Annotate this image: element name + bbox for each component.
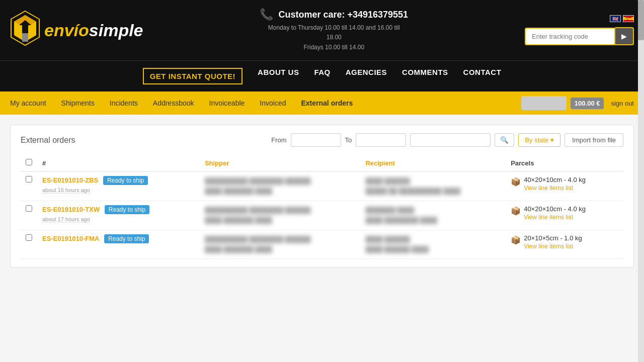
- filter-row: External orders From To 🔍 By state ▾ Imp…: [21, 133, 623, 147]
- logo-simple: simple: [89, 21, 143, 40]
- logo-icon: [10, 10, 40, 50]
- col-header-parcels: Parcels: [506, 155, 623, 171]
- import-from-file-button[interactable]: Import from file: [565, 133, 623, 147]
- page-title: External orders: [21, 136, 267, 145]
- recipient-info-3: ████ ██████ ████ ██████ ████: [365, 234, 501, 255]
- table-row: ES-E0191010-ZBS Ready to ship about 16 h…: [21, 171, 623, 201]
- row-checkbox-2[interactable]: [26, 205, 32, 212]
- flag-es[interactable]: 🇪🇸: [623, 15, 634, 22]
- shipper-info-2: ██████████ ████████ ██████ ████ ███████ …: [205, 205, 355, 226]
- view-items-link-1[interactable]: View line items list: [524, 185, 586, 192]
- subnav-invoiceable[interactable]: Invoiceable: [209, 93, 245, 113]
- sign-out-link[interactable]: sign out: [611, 100, 634, 107]
- scrollbar-thumb[interactable]: [638, 0, 644, 40]
- contact-info: 📞 Customer care: +34916379551 Monday to …: [143, 8, 525, 52]
- orders-table: # Shipper Recipient Parcels ES-E0191010-…: [21, 155, 623, 259]
- sub-nav-links: My account Shipments Incidents Addressbo…: [10, 93, 353, 113]
- main-nav: GET INSTANT QUOTE! ABOUT US FAQ AGENCIES…: [0, 60, 644, 92]
- order-id-3[interactable]: ES-E0191010-FMA: [42, 235, 99, 242]
- by-state-button[interactable]: By state ▾: [518, 133, 560, 147]
- order-id-1[interactable]: ES-E0191010-ZBS: [42, 176, 98, 184]
- status-badge-3: Ready to ship: [104, 234, 149, 243]
- recipient-info-1: ████ ██████ █████ ██ ██████████ ████: [365, 176, 501, 197]
- col-header-shipper: Shipper: [200, 155, 360, 171]
- nav-comments[interactable]: COMMENTS: [402, 68, 448, 84]
- logo-envio: envío: [44, 21, 89, 40]
- nav-agencies[interactable]: AGENCIES: [346, 68, 387, 84]
- table-row: ES-E0191010-FMA Ready to ship ██████████…: [21, 230, 623, 259]
- site-header: envíosimple 📞 Customer care: +3491637955…: [0, 0, 644, 60]
- tracking-input[interactable]: [525, 28, 615, 45]
- from-label: From: [271, 136, 286, 144]
- nav-faq[interactable]: FAQ: [314, 68, 330, 84]
- nav-contact[interactable]: CONTACT: [463, 68, 502, 84]
- subnav-shipments[interactable]: Shipments: [61, 93, 95, 113]
- row-checkbox-3[interactable]: [26, 234, 32, 241]
- scrollbar[interactable]: [638, 0, 644, 278]
- to-label: To: [345, 136, 352, 144]
- to-date-input[interactable]: [356, 133, 406, 147]
- subnav-incidents[interactable]: Incidents: [110, 93, 138, 113]
- logo-area: envíosimple: [10, 10, 143, 50]
- shipper-info-3: ██████████ ████████ ██████ ████ ███████ …: [205, 234, 355, 255]
- parcel-info-1: 📦 40×20×10cm - 4.0 kg View line items li…: [511, 176, 618, 192]
- nav-about-us[interactable]: ABOUT US: [258, 68, 299, 84]
- row-checkbox-1[interactable]: [26, 176, 32, 183]
- orders-panel: External orders From To 🔍 By state ▾ Imp…: [10, 125, 634, 267]
- time-ago-2: about 17 hours ago: [42, 216, 90, 223]
- shipper-info-1: ██████████ ████████ ██████ ████ ███████ …: [205, 176, 355, 197]
- from-date-input[interactable]: [291, 133, 341, 147]
- parcel-dims-1: 40×20×10cm - 4.0 kg: [524, 176, 586, 184]
- parcel-icon-2: 📦: [511, 206, 521, 216]
- parcel-info-2: 📦 40×20×10cm - 4.0 kg View line items li…: [511, 205, 618, 221]
- header-right: 🇬🇧 🇪🇸 ▶: [525, 15, 634, 45]
- parcel-icon-3: 📦: [511, 235, 521, 245]
- tracking-submit-button[interactable]: ▶: [615, 27, 634, 45]
- subnav-external-orders[interactable]: External orders: [301, 93, 353, 113]
- order-id-2[interactable]: ES-E0191010-TXW: [42, 206, 100, 213]
- customer-care: Customer care: +34916379551: [278, 10, 408, 20]
- nav-get-quote[interactable]: GET INSTANT QUOTE!: [143, 68, 243, 84]
- parcel-dims-2: 40×20×10cm - 4.0 kg: [524, 205, 586, 213]
- business-hours: Monday to Thursday 10.00 till 14.00 and …: [143, 23, 525, 52]
- tracking-row: ▶: [525, 27, 634, 45]
- main-content: External orders From To 🔍 By state ▾ Imp…: [0, 115, 644, 278]
- logo-text: envíosimple: [44, 21, 143, 40]
- table-row: ES-E0191010-TXW Ready to ship about 17 h…: [21, 201, 623, 230]
- search-button[interactable]: 🔍: [495, 133, 514, 147]
- subnav-invoiced[interactable]: Invoiced: [260, 93, 286, 113]
- phone-icon: 📞: [260, 8, 273, 21]
- status-badge-1: Ready to ship: [103, 176, 148, 185]
- parcel-dims-3: 20×10×5cm - 1.0 kg: [524, 234, 582, 242]
- parcel-info-3: 📦 20×10×5cm - 1.0 kg View line items lis…: [511, 234, 618, 250]
- select-all-checkbox[interactable]: [26, 159, 32, 165]
- col-header-recipient: Recipient: [360, 155, 506, 171]
- sub-nav-right: 100.00 € sign out: [521, 96, 634, 110]
- flag-uk[interactable]: 🇬🇧: [610, 15, 621, 22]
- parcel-icon-1: 📦: [511, 177, 521, 187]
- time-ago-1: about 16 hours ago: [42, 187, 90, 194]
- balance-placeholder: [521, 96, 567, 110]
- status-badge-2: Ready to ship: [105, 205, 149, 214]
- subnav-my-account[interactable]: My account: [10, 93, 46, 113]
- language-flags[interactable]: 🇬🇧 🇪🇸: [610, 15, 634, 22]
- sub-nav: My account Shipments Incidents Addressbo…: [0, 92, 644, 115]
- recipient-info-2: ███████ ████ ████ ████████ ████: [365, 205, 501, 226]
- subnav-addressbook[interactable]: Addressbook: [153, 93, 194, 113]
- col-header-id: #: [37, 155, 200, 171]
- view-items-link-3[interactable]: View line items list: [524, 243, 582, 250]
- balance-amount: 100.00 €: [571, 98, 604, 109]
- search-input[interactable]: [410, 133, 491, 147]
- view-items-link-2[interactable]: View line items list: [524, 214, 586, 221]
- chevron-down-icon: ▾: [550, 136, 554, 144]
